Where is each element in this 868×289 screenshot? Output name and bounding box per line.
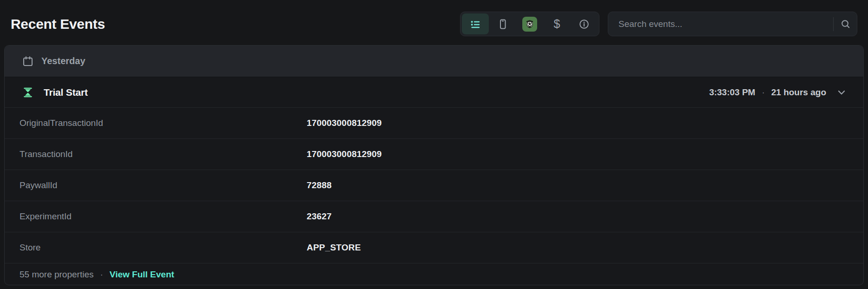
event-time: 3:33:03 PM bbox=[709, 87, 755, 98]
property-key: ExperimentId bbox=[20, 211, 307, 222]
date-group-label: Yesterday bbox=[41, 56, 85, 66]
search-icon[interactable] bbox=[840, 19, 851, 30]
segment-app-view[interactable] bbox=[516, 13, 543, 34]
property-value: 23627 bbox=[307, 211, 332, 222]
property-key: Store bbox=[20, 243, 307, 253]
chevron-down-icon[interactable] bbox=[836, 87, 847, 98]
search-input[interactable] bbox=[618, 19, 833, 29]
property-value: 170003000812909 bbox=[307, 118, 382, 128]
segment-list-view[interactable] bbox=[462, 13, 489, 34]
property-row: ExperimentId 23627 bbox=[5, 201, 863, 232]
phone-icon bbox=[497, 19, 508, 30]
event-footer: 55 more properties · View Full Event bbox=[5, 263, 863, 285]
date-group-header: Yesterday bbox=[5, 46, 863, 77]
property-row: PaywallId 72888 bbox=[5, 170, 863, 201]
time-separator-dot: · bbox=[762, 87, 764, 98]
info-icon bbox=[579, 19, 590, 30]
property-key: PaywallId bbox=[20, 180, 307, 190]
event-title: Trial Start bbox=[44, 87, 88, 98]
footer-separator-dot: · bbox=[100, 269, 103, 280]
property-key: OriginalTransactionId bbox=[20, 118, 307, 128]
property-key: TransactionId bbox=[20, 149, 307, 159]
event-relative-time: 21 hours ago bbox=[771, 87, 826, 98]
dollar-icon: $ bbox=[553, 17, 560, 31]
property-row: Store APP_STORE bbox=[5, 232, 863, 263]
page-title: Recent Events bbox=[11, 16, 105, 32]
property-value: 170003000812909 bbox=[307, 149, 382, 159]
page-header: Recent Events bbox=[0, 0, 868, 45]
property-value: APP_STORE bbox=[307, 243, 361, 253]
property-row: OriginalTransactionId 170003000812909 bbox=[5, 107, 863, 138]
app-logo-soccer-icon bbox=[522, 17, 537, 32]
event-row-trial-start[interactable]: Trial Start 3:33:03 PM · 21 hours ago bbox=[5, 77, 863, 107]
calendar-icon bbox=[22, 56, 33, 67]
segment-device-view[interactable] bbox=[489, 13, 516, 34]
segment-info-view[interactable] bbox=[571, 13, 598, 34]
event-time-group: 3:33:03 PM · 21 hours ago bbox=[709, 87, 847, 98]
search-box bbox=[608, 12, 857, 36]
view-full-event-link[interactable]: View Full Event bbox=[110, 269, 174, 280]
more-properties-count: 55 more properties bbox=[20, 269, 93, 280]
view-mode-segmented-control: $ bbox=[460, 12, 599, 36]
segment-revenue-view[interactable]: $ bbox=[543, 13, 570, 34]
property-row: TransactionId 170003000812909 bbox=[5, 138, 863, 170]
hourglass-icon bbox=[22, 87, 33, 98]
search-divider bbox=[833, 17, 834, 31]
events-panel: Yesterday Trial Start 3:33:03 PM · 21 ho… bbox=[4, 45, 864, 285]
list-icon bbox=[470, 19, 481, 30]
property-value: 72888 bbox=[307, 180, 332, 190]
